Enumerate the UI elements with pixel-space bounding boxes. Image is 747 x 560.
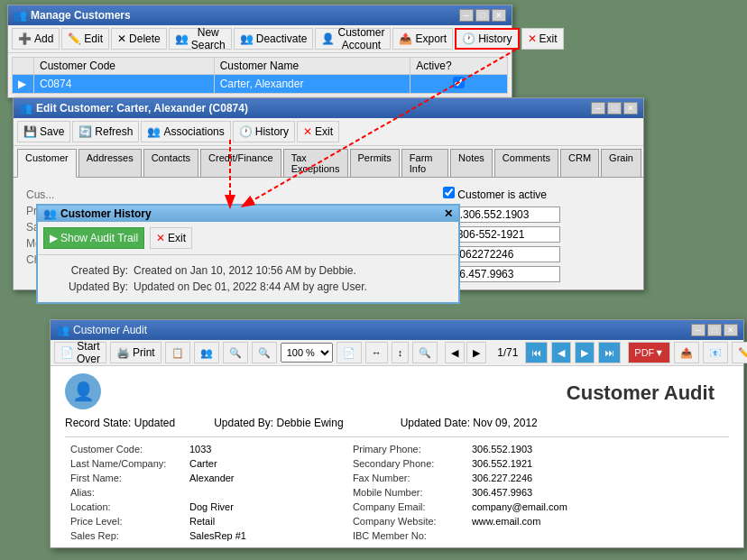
print-button[interactable]: 🖨️ Print: [110, 342, 161, 363]
manage-customers-titlebar: 👥 Manage Customers ─ □ ✕: [8, 5, 512, 25]
audit-minimize-btn[interactable]: ─: [691, 324, 706, 336]
audit-title-controls: ─ □ ✕: [691, 324, 738, 336]
customer-account-button[interactable]: 👤 Customer Account: [315, 28, 391, 50]
phone-row: [439, 205, 638, 225]
audit-label-company: Last Name/Company:: [67, 457, 184, 470]
history-button-main[interactable]: 🕐 History: [455, 28, 519, 50]
refresh-icon: 🔄: [78, 125, 92, 138]
manage-table-container: Customer Code Customer Name Active? ▶ C0…: [8, 53, 512, 97]
delete-button[interactable]: ✕ Delete: [111, 28, 167, 50]
nav-first-btn[interactable]: ⏮: [525, 342, 548, 363]
edit-minimize-btn[interactable]: ─: [591, 102, 605, 115]
edit-button[interactable]: ✏️ Edit: [61, 28, 109, 50]
record-state-value: Updated: [134, 417, 175, 429]
audit-export-btn[interactable]: 📤: [674, 342, 699, 363]
tab-grain[interactable]: Grain: [601, 149, 641, 177]
audit-email-btn[interactable]: 📧: [703, 342, 728, 363]
search-button[interactable]: 🔍: [223, 342, 248, 363]
refresh-button[interactable]: 🔄 Refresh: [72, 121, 139, 142]
tab-permits[interactable]: Permits: [350, 149, 400, 177]
tab-farm-info[interactable]: Farm Info: [401, 149, 448, 177]
customer-audit-window: 👥 Customer Audit ─ □ ✕ 📄 Start Over 🖨️ P…: [50, 319, 744, 548]
deactivate-icon: 👥: [240, 32, 254, 45]
play-icon: ▶: [50, 232, 58, 244]
zoom-in-btn[interactable]: 🔍: [412, 342, 438, 363]
nav-last-btn[interactable]: ⏭: [598, 342, 621, 363]
secondary-phone-input[interactable]: [443, 226, 560, 243]
manage-customers-title: Manage Customers: [31, 9, 131, 22]
audit-label-fax: Fax Number:: [349, 472, 466, 484]
fax-input[interactable]: [443, 246, 560, 262]
exit-button-edit[interactable]: ✕ Exit: [297, 121, 339, 142]
pdf-btn[interactable]: PDF▼: [628, 342, 670, 363]
audit-value-fax: 306.227.2246: [468, 472, 727, 484]
prev-page-btn[interactable]: ◀: [445, 342, 465, 363]
start-over-icon: 📄: [60, 346, 74, 359]
audit-data-row-7: Sales Rep: SalesRep #1 IBC Member No:: [67, 529, 727, 542]
updated-date-value: Nov 09, 2012: [473, 417, 537, 429]
customer-active-checkbox[interactable]: [443, 187, 455, 198]
updated-by-label: Updated By:: [214, 417, 276, 429]
audit-value-phone: 306.552.1903: [468, 443, 727, 455]
associations-button[interactable]: 👥 Associations: [141, 121, 230, 142]
audit-title-left: 👥 Customer Audit: [56, 324, 147, 336]
show-audit-trail-button[interactable]: ▶ Show Audit Trail: [43, 227, 144, 249]
audit-value-secondary: 306.552.1921: [468, 457, 727, 470]
audit-value-email: company@email.com: [468, 500, 727, 513]
find-button[interactable]: 👥: [194, 342, 219, 363]
new-search-button[interactable]: 👥 New Search: [169, 28, 232, 50]
maximize-btn[interactable]: □: [475, 9, 490, 22]
audit-label-salesrep: Sales Rep:: [67, 529, 184, 542]
audit-value-alias: [186, 486, 347, 499]
minimize-btn[interactable]: ─: [459, 9, 474, 22]
audit-report-content: 👤 Customer Audit Record State: Updated U…: [51, 366, 743, 547]
close-history-icon[interactable]: ✕: [444, 207, 453, 220]
nav-prev-btn[interactable]: ◀: [551, 342, 571, 363]
fit-height-btn[interactable]: ↕: [392, 342, 410, 363]
audit-label-location: Location:: [67, 500, 184, 513]
history-exit-button[interactable]: ✕ Exit: [150, 227, 192, 249]
save-button[interactable]: 💾 Save: [17, 121, 70, 142]
history-button-edit[interactable]: 🕐 History: [233, 121, 295, 142]
col-name-header: Customer Name: [214, 58, 410, 75]
tab-credit-finance[interactable]: Credit/Finance: [200, 149, 281, 177]
history-icon-main: 🕐: [462, 32, 475, 45]
zoom-button[interactable]: 🔍: [252, 342, 277, 363]
tab-addresses[interactable]: Addresses: [78, 149, 142, 177]
exit-button-main[interactable]: ✕ Exit: [521, 28, 564, 50]
edit-close-btn[interactable]: ✕: [623, 102, 638, 115]
add-button[interactable]: ➕ Add: [12, 28, 60, 50]
audit-value-location: Dog River: [186, 500, 347, 513]
primary-phone-input[interactable]: [443, 207, 560, 223]
audit-data-row-4: Alias: Mobile Number: 306.457.9963: [67, 486, 727, 499]
audit-label-alias: Alias:: [67, 486, 184, 499]
export-button[interactable]: 📤 Export: [392, 28, 453, 50]
deactivate-button[interactable]: 👥 Deactivate: [234, 28, 314, 50]
table-row[interactable]: ▶ C0874 Carter, Alexander: [13, 75, 508, 94]
close-btn[interactable]: ✕: [492, 9, 506, 22]
manage-icon: 👥: [14, 9, 27, 22]
audit-label-email: Company Email:: [349, 500, 466, 513]
edit-maximize-btn[interactable]: □: [607, 102, 622, 115]
tab-notes[interactable]: Notes: [450, 149, 493, 177]
history-popup-title: 👥 Customer History ✕: [38, 206, 458, 222]
active-checkbox[interactable]: [410, 75, 508, 94]
fit-page-btn[interactable]: 📄: [337, 342, 362, 363]
tab-tax-exceptions[interactable]: Tax Exceptions: [283, 149, 348, 177]
tab-crm[interactable]: CRM: [560, 149, 599, 177]
active-check-input[interactable]: [453, 77, 465, 88]
start-over-button[interactable]: 📄 Start Over: [54, 342, 106, 363]
next-page-btn[interactable]: ▶: [466, 342, 486, 363]
tab-comments[interactable]: Comments: [494, 149, 558, 177]
zoom-select[interactable]: 100 % 75 % 150 %: [281, 343, 333, 363]
audit-close-btn[interactable]: ✕: [724, 324, 738, 336]
tab-contacts[interactable]: Contacts: [143, 149, 198, 177]
fit-width-btn[interactable]: ↔: [365, 342, 388, 363]
audit-maximize-btn[interactable]: □: [707, 324, 722, 336]
copy-button[interactable]: 📋: [165, 342, 190, 363]
tab-customer[interactable]: Customer: [17, 149, 77, 178]
nav-next-btn[interactable]: ▶: [575, 342, 595, 363]
row-indicator: ▶: [13, 75, 34, 94]
audit-edit-btn[interactable]: ✏️: [732, 342, 747, 363]
mobile-input[interactable]: [443, 266, 560, 282]
